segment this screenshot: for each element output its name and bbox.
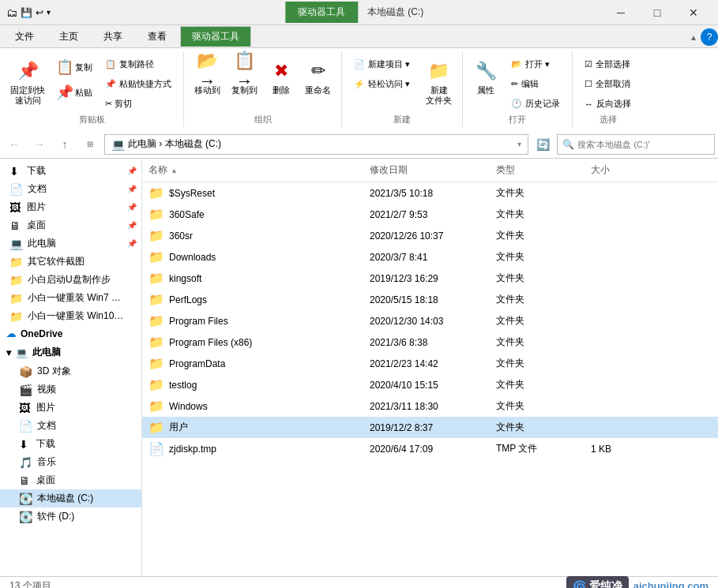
invert-selection-button[interactable]: ↔ 反向选择 — [579, 96, 637, 112]
recent-locations-button[interactable]: ⊞ — [79, 133, 101, 155]
edit-icon: ✏ — [511, 79, 518, 89]
table-row[interactable]: 📁 Downloads 2020/3/7 8:41 文件夹 — [142, 246, 718, 268]
table-row[interactable]: 📁 Program Files 2020/12/30 14:03 文件夹 — [142, 310, 718, 331]
forward-button[interactable]: → — [28, 133, 51, 155]
sidebar-item-win10[interactable]: 📁 小白一键重装 Win10… — [0, 307, 141, 325]
maximize-button[interactable]: □ — [639, 0, 675, 25]
thispc-icon: 💻 — [16, 347, 28, 358]
file-size — [585, 362, 648, 365]
file-date: 2020/12/26 10:37 — [363, 229, 490, 243]
sidebar-item-3dobjects[interactable]: 📦 3D 对象 — [0, 362, 141, 380]
pin-to-access-button[interactable]: 📌 固定到快速访问 — [6, 56, 49, 108]
tab-file[interactable]: 文件 — [3, 26, 46, 47]
paste-shortcut-button[interactable]: 📌 粘贴快捷方式 — [100, 76, 177, 92]
search-icon: 🔍 — [562, 139, 574, 150]
file-type: 文件夹 — [490, 419, 585, 436]
active-tab-title[interactable]: 驱动器工具 — [285, 2, 358, 23]
tab-share[interactable]: 共享 — [92, 26, 134, 47]
paste-button[interactable]: 📌 粘贴 — [52, 81, 96, 103]
path-dropdown[interactable]: ▾ — [517, 140, 521, 148]
ribbon-group-organize: 📂→ 移动到 📋→ 复制到 ✖ 删除 ✏ 重命名 组织 — [184, 51, 342, 127]
sidebar-item-desktop-quick[interactable]: 🖥 桌面 📌 — [0, 216, 141, 234]
close-button[interactable]: ✕ — [675, 0, 712, 25]
col-header-date[interactable]: 修改日期 — [363, 162, 490, 178]
select-buttons: ☑ 全部选择 ☐ 全部取消 ↔ 反向选择 — [579, 56, 637, 112]
table-row[interactable]: 📁 $SysReset 2021/3/5 10:18 文件夹 — [142, 182, 718, 204]
col-header-type[interactable]: 类型 — [490, 162, 585, 178]
table-row[interactable]: 📁 ProgramData 2021/2/23 14:42 文件夹 — [142, 353, 718, 374]
move-to-button[interactable]: 📂→ 移动到 — [190, 56, 224, 98]
qat-save[interactable]: 💾 — [21, 7, 32, 18]
minimize-button[interactable]: ─ — [603, 0, 639, 25]
table-row[interactable]: 📁 360Safe 2021/2/7 9:53 文件夹 — [142, 204, 718, 225]
copy-to-button[interactable]: 📋→ 复制到 — [227, 56, 261, 98]
new-item-button[interactable]: 📄 新建项目 ▾ — [348, 56, 415, 73]
sidebar-onedrive[interactable]: ☁ OneDrive — [0, 325, 141, 343]
title-bar-buttons: ─ □ ✕ — [603, 0, 712, 25]
folder-icon: 📁 — [148, 207, 164, 222]
folder-icon: 📁 — [148, 249, 164, 264]
up-button[interactable]: ↑ — [54, 133, 76, 155]
sidebar-item-label: 桌面 — [36, 474, 55, 487]
table-row[interactable]: 📁 kingsoft 2019/12/3 16:29 文件夹 — [142, 268, 718, 289]
sidebar-item-pictures[interactable]: 🖼 图片 — [0, 399, 141, 417]
document-icon: 📄 — [9, 183, 23, 196]
qat-undo[interactable]: ↩ — [36, 7, 43, 18]
edit-button[interactable]: ✏ 编辑 — [506, 76, 566, 92]
sidebar-item-music[interactable]: 🎵 音乐 — [0, 453, 141, 471]
sidebar-item-documents[interactable]: 📄 文档 — [0, 417, 141, 435]
sidebar-item-win7[interactable]: 📁 小白一键重装 Win7 … — [0, 289, 141, 307]
select-all-button[interactable]: ☑ 全部选择 — [579, 56, 637, 73]
table-row[interactable]: 📁 testlog 2020/4/10 15:15 文件夹 — [142, 374, 718, 395]
table-row[interactable]: 📁 用户 2019/12/2 8:37 文件夹 — [142, 417, 718, 438]
search-input[interactable] — [577, 140, 709, 149]
sidebar-item-d-drive[interactable]: 💽 软件 (D:) — [0, 507, 141, 526]
sidebar-thispc[interactable]: ▾ 💻 此电脑 — [0, 343, 141, 362]
select-none-button[interactable]: ☐ 全部取消 — [579, 76, 637, 92]
ribbon-tabs: 文件 主页 共享 查看 驱动器工具 ▲ ? — [0, 25, 718, 47]
sidebar-item-screenshots[interactable]: 📁 其它软件截图 — [0, 253, 141, 271]
sidebar-item-pictures-quick[interactable]: 🖼 图片 📌 — [0, 198, 141, 216]
sidebar-item-desktop[interactable]: 🖥 桌面 — [0, 471, 141, 489]
table-row[interactable]: 📁 Windows 2021/3/11 18:30 文件夹 — [142, 395, 718, 417]
qat-dropdown[interactable]: ▾ — [47, 8, 51, 17]
copy-button[interactable]: 📋 复制 — [52, 56, 96, 78]
table-row[interactable]: 📁 Program Files (x86) 2021/3/6 8:38 文件夹 — [142, 331, 718, 353]
properties-button[interactable]: 🔧 属性 — [469, 56, 502, 98]
history-button[interactable]: 🕐 历史记录 — [506, 96, 566, 112]
sidebar-item-documents-quick[interactable]: 📄 文档 📌 — [0, 180, 141, 198]
search-box[interactable]: 🔍 — [557, 134, 715, 155]
sidebar-item-thispc-quick[interactable]: 💻 此电脑 📌 — [0, 234, 141, 253]
open-button[interactable]: 📂 打开 ▾ — [506, 56, 566, 73]
delete-button[interactable]: ✖ 删除 — [265, 56, 298, 98]
folder-icon: 📁 — [148, 313, 164, 328]
refresh-button[interactable]: 🔄 — [532, 133, 554, 155]
sidebar-item-label: 本地磁盘 (C:) — [37, 492, 93, 505]
new-folder-button[interactable]: 📁 新建文件夹 — [422, 56, 456, 108]
sidebar-item-videos[interactable]: 🎬 视频 — [0, 380, 141, 399]
file-size — [585, 341, 648, 344]
music-icon: 🎵 — [19, 456, 32, 469]
collapse-ribbon[interactable]: ▲ — [690, 33, 697, 42]
file-date: 2020/6/4 17:09 — [363, 442, 490, 456]
rename-button[interactable]: ✏ 重命名 — [301, 56, 335, 98]
address-path[interactable]: 💻 此电脑 › 本地磁盘 (C:) ▾ — [104, 134, 528, 155]
tab-drive-tools[interactable]: 驱动器工具 — [180, 26, 251, 47]
col-header-name[interactable]: 名称 ▲ — [142, 162, 363, 178]
sidebar-item-usb[interactable]: 📁 小白启动U盘制作步 — [0, 271, 141, 289]
cut-button[interactable]: ✂ 剪切 — [100, 96, 177, 112]
sidebar-item-c-drive[interactable]: 💽 本地磁盘 (C:) — [0, 489, 141, 507]
back-button[interactable]: ← — [3, 133, 25, 155]
tab-home[interactable]: 主页 — [47, 26, 90, 47]
table-row[interactable]: 📁 360sr 2020/12/26 10:37 文件夹 — [142, 225, 718, 246]
help-button[interactable]: ? — [701, 28, 718, 46]
sidebar-item-downloads[interactable]: ⬇ 下载 — [0, 435, 141, 453]
col-header-size[interactable]: 大小 — [585, 162, 648, 178]
easy-access-button[interactable]: ⚡ 轻松访问 ▾ — [348, 76, 415, 92]
copy-path-button[interactable]: 📋 复制路径 — [100, 56, 177, 73]
sidebar-item-downloads-quick[interactable]: ⬇ 下载 📌 — [0, 162, 141, 180]
file-type: 文件夹 — [490, 313, 585, 329]
tab-view[interactable]: 查看 — [136, 26, 179, 47]
table-row[interactable]: 📄 zjdiskp.tmp 2020/6/4 17:09 TMP 文件 1 KB — [142, 438, 718, 459]
table-row[interactable]: 📁 PerfLogs 2020/5/15 18:18 文件夹 — [142, 289, 718, 310]
